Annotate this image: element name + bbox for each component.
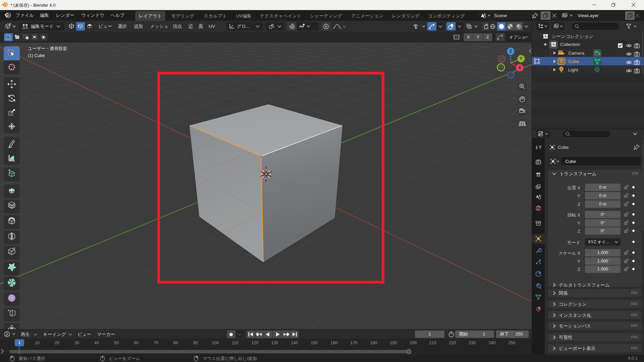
svg-text:Z: Z [509,49,512,54]
svg-text:X: X [518,65,521,70]
svg-text:Y: Y [520,56,522,61]
